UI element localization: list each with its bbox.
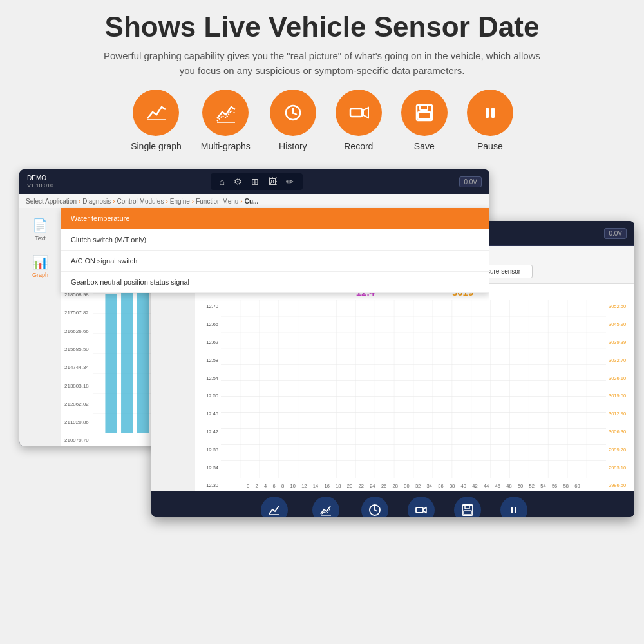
graph-y-right: 3052.50 3045.90 3039.39 3032.70 3026.10 … [607, 300, 634, 491]
multi-graph-area: 12.70 12.66 12.62 12.58 12.54 12.50 12.4… [195, 300, 634, 491]
history-label: History [279, 141, 307, 151]
save-icon [401, 90, 448, 136]
svg-rect-8 [418, 112, 431, 119]
toolbar-pause[interactable]: Pause [500, 497, 527, 517]
bottom-toolbar: Single graph Multi-graphs [151, 491, 634, 517]
nav-grid-icon[interactable]: ⊞ [251, 176, 259, 187]
graph-y-left: 12.70 12.66 12.62 12.58 12.54 12.50 12.4… [195, 300, 220, 491]
record-label: Record [344, 141, 373, 151]
dropdown-item-ac[interactable]: A/C ON signal switch [61, 251, 489, 272]
svg-rect-84 [511, 507, 513, 513]
feature-pause: Pause [467, 90, 513, 151]
sidebar-text-icon[interactable]: 📄 Text [32, 218, 48, 242]
front-main-area: MIL status indicator(MIL... Battery volt… [195, 260, 634, 491]
feature-single-graph: Single graph [131, 90, 182, 151]
history-icon [270, 90, 316, 136]
back-device-version: V1.10.010 [27, 182, 53, 190]
nav-edit-icon[interactable]: ✏ [286, 176, 294, 187]
svg-rect-82 [465, 505, 469, 509]
pause-label: Pause [477, 141, 503, 151]
svg-rect-21 [121, 274, 133, 433]
back-device-logo: DEMO V1.10.010 [27, 174, 53, 190]
feature-save: Save [401, 90, 448, 151]
single-graph-icon [133, 90, 179, 136]
toolbar-record-icon [408, 497, 435, 517]
dropdown-item-water-temp[interactable]: Water temperature [61, 208, 489, 229]
toolbar-record[interactable]: Record [408, 497, 435, 517]
back-breadcrumb: Select Application› Diagnosis› Control M… [19, 194, 489, 208]
record-icon [336, 90, 382, 136]
front-battery: 0.0V [604, 228, 627, 239]
svg-marker-80 [424, 507, 426, 513]
toolbar-pause-icon [500, 497, 527, 517]
toolbar-save[interactable]: Save [454, 497, 481, 517]
page-title: Shows Live Vehicle Sensor Date [26, 12, 618, 43]
pause-icon [467, 90, 513, 136]
feature-multi-graphs: Multi-graphs [201, 90, 251, 151]
dropdown-item-clutch[interactable]: Clutch switch (M/T only) [61, 229, 489, 251]
multi-graphs-label: Multi-graphs [201, 141, 251, 151]
svg-rect-85 [515, 507, 516, 513]
save-label: Save [414, 141, 435, 151]
svg-rect-20 [105, 294, 117, 433]
back-device-nav: ⌂ ⚙ ⊞ 🖼 ✏ [211, 173, 303, 190]
toolbar-multi-graphs[interactable]: Multi-graphs [310, 497, 343, 517]
front-content: 📊 Graph MIL status indicator(MIL... Batt… [151, 260, 634, 491]
toolbar-single-graph-icon [261, 497, 288, 517]
toolbar-single-graph[interactable]: Single graph [258, 497, 291, 517]
back-device-header: DEMO V1.10.010 ⌂ ⚙ ⊞ 🖼 ✏ 0.0V [19, 169, 489, 194]
feature-record: Record [336, 90, 382, 151]
back-battery: 0.0V [459, 176, 482, 187]
toolbar-multi-graphs-icon [312, 497, 339, 517]
svg-rect-10 [491, 108, 495, 118]
front-sidebar: 📊 Graph [151, 260, 195, 491]
toolbar-history-icon [361, 497, 388, 517]
single-graph-label: Single graph [131, 141, 182, 151]
svg-point-3 [292, 111, 294, 114]
screenshots-area: DEMO V1.10.010 ⌂ ⚙ ⊞ 🖼 ✏ 0.0V Select App… [0, 169, 644, 536]
sidebar-graph-icon[interactable]: 📊 Graph [32, 254, 48, 278]
svg-rect-4 [350, 109, 362, 117]
graph-x-axis: 0 2 4 6 8 10 12 14 16 18 20 22 24 26 [221, 482, 606, 490]
toolbar-save-icon [454, 497, 481, 517]
multi-line-chart-svg [221, 300, 606, 478]
feature-history: History [270, 90, 316, 151]
svg-rect-9 [486, 108, 489, 118]
dropdown-item-gearbox[interactable]: Gearbox neutral position status signal [61, 272, 489, 293]
back-sidebar: 📄 Text 📊 Graph [19, 208, 61, 446]
header-section: Shows Live Vehicle Sensor Date Powerful … [0, 0, 644, 169]
nav-image-icon[interactable]: 🖼 [268, 176, 277, 187]
toolbar-history[interactable]: History [361, 497, 388, 517]
multi-graphs-icon [202, 90, 249, 136]
nav-home-icon[interactable]: ⌂ [220, 176, 225, 187]
subtitle: Powerful graphing capability gives you t… [97, 49, 547, 78]
svg-rect-79 [416, 507, 423, 513]
back-device-name: DEMO [27, 174, 53, 182]
features-row: Single graph Multi-graphs Hi [26, 90, 618, 151]
nav-settings-icon[interactable]: ⚙ [234, 176, 242, 187]
back-dropdown-overlay: Water temperature Clutch switch (M/T onl… [61, 208, 489, 293]
svg-rect-83 [464, 511, 471, 515]
svg-marker-5 [363, 108, 368, 118]
